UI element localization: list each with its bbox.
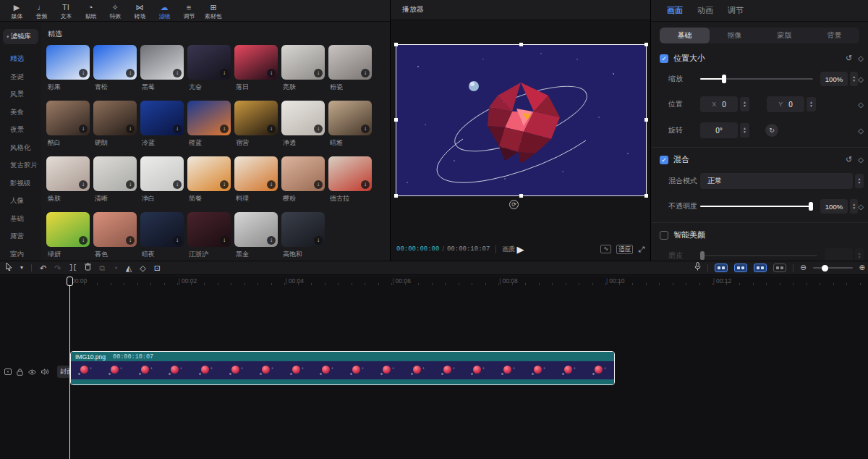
- filter-item[interactable]: ↓德古拉: [328, 156, 372, 203]
- timeline-zoom-slider[interactable]: [813, 267, 853, 269]
- selection-handle-sw[interactable]: [394, 194, 398, 198]
- filter-item[interactable]: ↓江浙沪: [187, 212, 231, 259]
- filter-thumbnail[interactable]: ↓: [93, 212, 137, 247]
- blend-checkbox[interactable]: ✓: [660, 156, 668, 164]
- freeze-frame-icon[interactable]: ◔: [113, 261, 118, 274]
- filter-item[interactable]: ↓简餐: [187, 156, 231, 203]
- rotate-knob-icon[interactable]: ↻: [765, 124, 778, 137]
- filter-item[interactable]: ↓青松: [93, 45, 137, 92]
- reset-icon[interactable]: ↺: [846, 54, 852, 63]
- rotate-stepper[interactable]: ▲▼: [740, 123, 749, 138]
- filter-item[interactable]: ↓黑莓: [140, 45, 184, 92]
- filter-item[interactable]: ↓料理: [234, 156, 278, 203]
- lock-icon[interactable]: [17, 369, 23, 376]
- filter-thumbnail[interactable]: ↓: [140, 212, 184, 247]
- sidebar-item-8[interactable]: 人像: [0, 192, 41, 210]
- toolbar-item-filters[interactable]: ☁滤镜: [152, 2, 176, 20]
- toolbar-item-text[interactable]: TI文本: [54, 2, 78, 20]
- copy-icon[interactable]: ⧉: [99, 261, 105, 274]
- filter-item[interactable]: ↓亢奋: [187, 45, 231, 92]
- crop-icon[interactable]: ⊡: [154, 261, 161, 274]
- opacity-value[interactable]: 100%: [820, 199, 848, 214]
- filter-thumbnail[interactable]: ↓: [281, 45, 325, 80]
- filter-thumbnail[interactable]: ↓: [140, 45, 184, 80]
- sidebar-item-1[interactable]: 圣诞: [0, 68, 41, 86]
- filter-item[interactable]: ↓橙蓝: [187, 101, 231, 148]
- filter-item[interactable]: ↓净透: [281, 101, 325, 148]
- playhead-handle[interactable]: [67, 277, 73, 286]
- filter-thumbnail[interactable]: ↓: [234, 156, 278, 191]
- filter-thumbnail[interactable]: ↓: [281, 212, 325, 247]
- toolbar-item-adjust[interactable]: ≡调节: [176, 2, 201, 20]
- position-x-stepper[interactable]: ▲▼: [740, 97, 749, 111]
- filter-item[interactable]: ↓硬朗: [93, 101, 137, 148]
- filter-item[interactable]: ↓粉瓷: [328, 45, 372, 92]
- link-toggle[interactable]: [754, 264, 767, 272]
- toolbar-item-audio[interactable]: ♩音频: [29, 2, 54, 20]
- record-voiceover-icon[interactable]: [694, 261, 701, 274]
- rotate-field[interactable]: 0°: [700, 122, 738, 138]
- sidebar-item-3[interactable]: 美食: [0, 104, 41, 122]
- keyframe-diamond-icon[interactable]: ◇: [858, 75, 864, 83]
- preview-quality-icon[interactable]: ∿: [600, 245, 611, 253]
- timeline-clip[interactable]: IMG10.png 00:00:10:07: [70, 351, 615, 385]
- filter-thumbnail[interactable]: ↓: [46, 101, 90, 135]
- filter-thumbnail[interactable]: ↓: [281, 101, 325, 135]
- filter-thumbnail[interactable]: ↓: [187, 212, 231, 247]
- subtab-basic[interactable]: 基础: [660, 28, 710, 43]
- rotate-icon[interactable]: ◇: [140, 261, 145, 274]
- blend-mode-dropdown[interactable]: 正常: [700, 173, 853, 189]
- select-cursor-icon[interactable]: [6, 261, 12, 274]
- fullscreen-icon[interactable]: ⤢: [638, 245, 644, 254]
- keyframe-diamond-icon[interactable]: ◇: [858, 101, 864, 109]
- selection-handle-e[interactable]: [644, 118, 648, 122]
- filter-thumbnail[interactable]: ↓: [234, 101, 278, 135]
- selection-handle-ne[interactable]: [644, 43, 648, 46]
- sidebar-item-10[interactable]: 露营: [0, 227, 41, 245]
- filter-item[interactable]: ↓焕肤: [46, 156, 90, 203]
- zoom-in-icon[interactable]: ⊕: [859, 261, 865, 274]
- filter-item[interactable]: ↓冷蓝: [140, 101, 184, 148]
- filter-item[interactable]: ↓黑金: [234, 212, 278, 259]
- sidebar-item-7[interactable]: 影视级: [0, 174, 41, 193]
- filter-thumbnail[interactable]: ↓: [187, 156, 231, 191]
- opacity-slider[interactable]: [700, 206, 813, 207]
- fit-button[interactable]: 适应: [616, 245, 633, 254]
- scale-stepper[interactable]: ▲▼: [850, 72, 858, 86]
- toolbar-item-media[interactable]: ▶媒体: [4, 2, 29, 20]
- sidebar-item-6[interactable]: 复古胶片: [0, 156, 41, 174]
- scale-value[interactable]: 100%: [820, 72, 848, 86]
- filter-item[interactable]: ↓亮肤: [281, 45, 325, 92]
- smooth-skin-stepper[interactable]: ▲▼: [855, 248, 864, 261]
- smooth-skin-value[interactable]: [825, 248, 854, 261]
- preview-canvas[interactable]: [396, 45, 646, 195]
- redo-icon[interactable]: ↷: [54, 261, 61, 274]
- subtab-background[interactable]: 背景: [809, 28, 859, 43]
- toolbar-item-assets[interactable]: ⊞素材包: [201, 2, 226, 20]
- selection-handle-s[interactable]: [519, 194, 523, 198]
- filter-thumbnail[interactable]: ↓: [234, 212, 278, 247]
- tab-animation[interactable]: 动画: [697, 5, 713, 16]
- selection-handle-nw[interactable]: [394, 43, 398, 46]
- filter-thumbnail[interactable]: ↓: [140, 156, 184, 191]
- filter-thumbnail[interactable]: ↓: [93, 101, 137, 135]
- filter-thumbnail[interactable]: ↓: [46, 45, 90, 80]
- rotate-selection-handle[interactable]: ⟳: [509, 200, 519, 209]
- sidebar-item-4[interactable]: 夜景: [0, 121, 41, 139]
- track-options-icon[interactable]: [4, 369, 12, 375]
- filter-item[interactable]: ↓落日: [234, 45, 278, 92]
- filter-thumbnail[interactable]: ↓: [187, 45, 231, 80]
- filter-thumbnail[interactable]: ↓: [234, 45, 278, 80]
- filter-item[interactable]: ↓绿妍: [46, 212, 90, 259]
- filter-thumbnail[interactable]: ↓: [328, 156, 372, 191]
- reset-icon[interactable]: ↺: [846, 155, 852, 164]
- filter-thumbnail[interactable]: ↓: [46, 212, 90, 247]
- filter-thumbnail[interactable]: ↓: [328, 101, 372, 135]
- timeline-ruler[interactable]: 00:00|00:02|00:04|00:06|00:08|00:10|00:1…: [0, 277, 868, 287]
- snap-toggle[interactable]: [734, 264, 747, 272]
- toolbar-item-sticker[interactable]: ◔贴纸: [78, 2, 103, 20]
- filter-thumbnail[interactable]: ↓: [93, 156, 137, 191]
- filter-thumbnail[interactable]: ↓: [328, 45, 372, 80]
- timeline-area[interactable]: 00:00|00:02|00:04|00:06|00:08|00:10|00:1…: [0, 277, 868, 459]
- delete-icon[interactable]: [85, 261, 91, 274]
